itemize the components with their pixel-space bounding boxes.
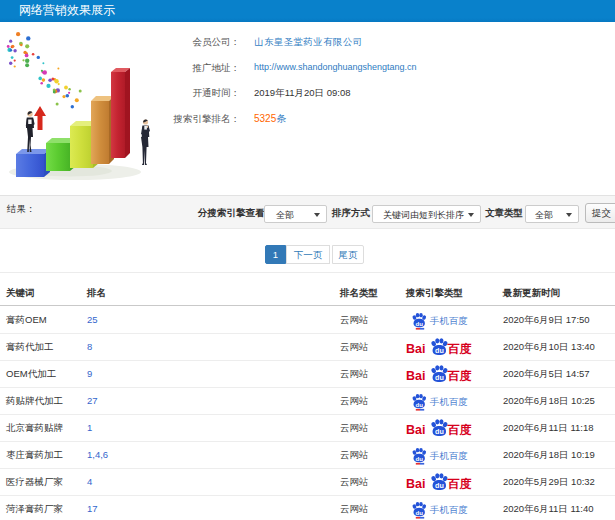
svg-text:百度: 百度 xyxy=(447,477,472,491)
svg-text:du: du xyxy=(416,509,424,516)
svg-text:Bai: Bai xyxy=(406,477,425,491)
svg-text:手机百度: 手机百度 xyxy=(430,504,468,515)
svg-text:手机百度: 手机百度 xyxy=(430,315,468,326)
svg-text:du: du xyxy=(416,320,424,327)
svg-text:du: du xyxy=(435,482,444,490)
svg-text:du: du xyxy=(435,374,444,382)
svg-text:百度: 百度 xyxy=(447,369,472,383)
svg-text:百度: 百度 xyxy=(447,423,472,437)
svg-text:du: du xyxy=(416,401,424,408)
svg-text:百度: 百度 xyxy=(447,342,472,356)
svg-text:du: du xyxy=(416,455,424,462)
svg-text:手机百度: 手机百度 xyxy=(430,450,468,461)
svg-text:du: du xyxy=(435,428,444,436)
svg-text:du: du xyxy=(435,347,444,355)
svg-text:Bai: Bai xyxy=(406,369,425,383)
svg-text:Bai: Bai xyxy=(406,423,425,437)
svg-text:Bai: Bai xyxy=(406,342,425,356)
svg-text:手机百度: 手机百度 xyxy=(430,396,468,407)
